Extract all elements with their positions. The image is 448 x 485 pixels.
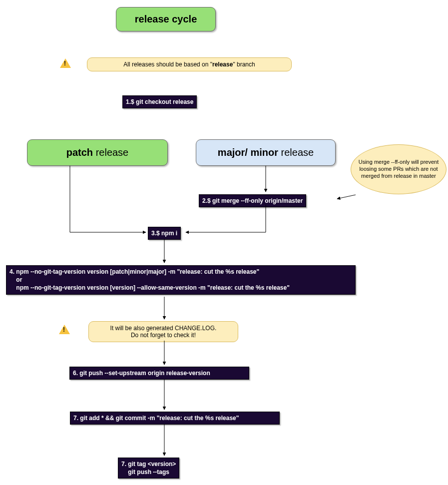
ff-only-note-ellipse: Using merge --ff-only will prevent loosi… — [351, 144, 447, 194]
warning-icon — [60, 58, 71, 68]
note-changelog: It will be also generated CHANGE.LOG. Do… — [88, 321, 238, 342]
step-7-commit: 7. git add * && git commit -m "release: … — [70, 412, 280, 425]
note-text-bold: release — [212, 61, 233, 68]
note-text: " branch — [233, 61, 255, 68]
step-2-merge: 2.$ git merge --ff-only origin/master — [199, 194, 306, 207]
step-7-tag-push: 7. git tag <version> git push --tags — [118, 458, 179, 479]
note-line: Do not forget to check it! — [131, 332, 196, 339]
patch-label-rest: release — [93, 147, 128, 158]
major-minor-release-box: major/ minor release — [196, 139, 336, 166]
ellipse-text: Using merge --ff-only will prevent loosi… — [357, 159, 440, 179]
step-4-version: 4. npm --no-git-tag-version version [pat… — [6, 265, 356, 295]
title-box: release cycle — [116, 7, 216, 31]
major-label-rest: release — [278, 147, 314, 158]
note-release-branch: All releases should be based on "release… — [87, 57, 292, 71]
patch-label-bold: patch — [66, 147, 93, 158]
note-line: It will be also generated CHANGE.LOG. — [110, 325, 217, 332]
warning-icon — [59, 325, 70, 334]
step-6-push-upstream: 6. git push --set-upstream origin releas… — [69, 367, 249, 380]
step-1-checkout: 1.$ git checkout release — [122, 95, 197, 108]
step-3-npm-i: 3.$ npm i — [148, 227, 181, 240]
note-text: All releases should be based on " — [123, 61, 212, 68]
patch-release-box: patch release — [27, 139, 168, 166]
major-label-bold: major/ minor — [218, 147, 278, 158]
